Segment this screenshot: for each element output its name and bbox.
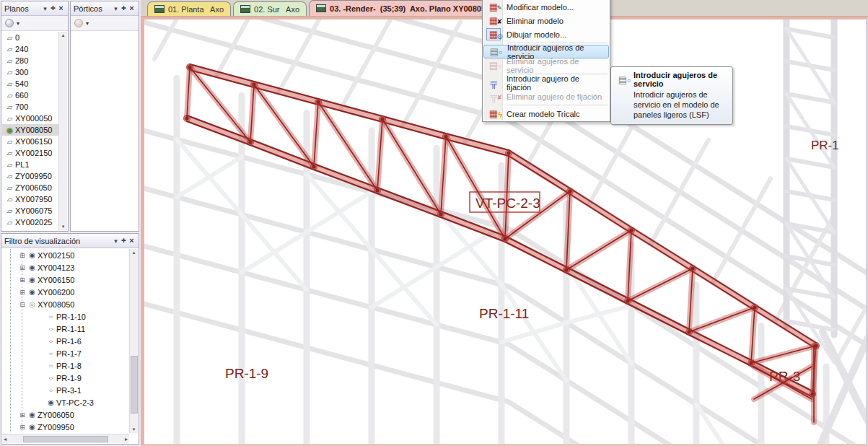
- eye-icon: [27, 288, 38, 296]
- plano-list-item[interactable]: 660: [2, 89, 58, 101]
- pin-icon[interactable]: [120, 237, 128, 245]
- portico-filter-icon[interactable]: [74, 19, 83, 27]
- view-thumbnail-icon: [154, 5, 165, 13]
- planos-list: 0 240 280 300: [2, 32, 58, 230]
- pin-icon[interactable]: [49, 4, 57, 12]
- plane-filter-icon[interactable]: [5, 19, 14, 27]
- planos-scrollbar[interactable]: ▴ ▾: [58, 32, 67, 230]
- tree-item[interactable]: XY006150: [2, 274, 129, 286]
- expand-plus-icon[interactable]: [18, 252, 27, 259]
- eye-dim-icon: [27, 300, 38, 308]
- plane-icon: [4, 69, 15, 76]
- tree-item[interactable]: XY004123: [2, 261, 129, 274]
- scroll-down-icon[interactable]: ▾: [133, 427, 136, 432]
- tree-item[interactable]: PR-1-10: [2, 310, 129, 323]
- scroll-down-icon[interactable]: ▾: [62, 224, 65, 229]
- plano-list-item[interactable]: 300: [2, 66, 58, 78]
- close-icon[interactable]: [128, 4, 136, 12]
- plano-list-item[interactable]: XY007950: [2, 193, 58, 205]
- panel-menu-icon[interactable]: [112, 5, 120, 12]
- porticos-panel-titlebar: Pórticos: [71, 1, 139, 16]
- plane-icon: [4, 34, 15, 42]
- tricalc-model-icon: [487, 108, 500, 119]
- plano-list-item[interactable]: PL1: [2, 159, 58, 170]
- filtro-panel-titlebar: Filtro de visualización: [1, 234, 139, 248]
- tab-sur[interactable]: 02. Sur Axo: [233, 1, 307, 16]
- menu-item-eliminar-modelo[interactable]: Eliminar modelo: [483, 14, 609, 27]
- context-menu: Modificar modelo... Eliminar modelo Dibu…: [482, 0, 610, 122]
- porticos-toolbar: ▾: [71, 16, 139, 31]
- panel-menu-icon[interactable]: [112, 237, 120, 245]
- porticos-panel: Pórticos ▾: [70, 1, 139, 232]
- plano-list-item[interactable]: XY006075: [2, 205, 58, 217]
- plane-icon: [4, 207, 15, 215]
- expand-plus-icon[interactable]: [18, 411, 27, 419]
- scroll-left-icon[interactable]: ◂: [4, 436, 6, 442]
- scroll-right-icon[interactable]: ▸: [125, 436, 128, 442]
- close-icon[interactable]: [57, 4, 65, 12]
- expand-plus-icon[interactable]: [18, 424, 27, 431]
- menu-item-crear-modelo-tricalc[interactable]: Crear modelo Tricalc: [483, 107, 609, 121]
- tree-item[interactable]: VT-PC-2-3: [2, 396, 129, 408]
- chevron-down-icon[interactable]: ▾: [17, 20, 19, 27]
- tree-item[interactable]: PR-1-8: [2, 359, 129, 372]
- plano-list-item[interactable]: 0: [2, 32, 58, 43]
- tree-item[interactable]: ZY009950: [2, 421, 129, 433]
- panel-menu-icon[interactable]: [41, 5, 49, 12]
- tree-item[interactable]: XY006200: [2, 286, 129, 298]
- plano-list-item[interactable]: 240: [2, 43, 58, 55]
- tree-item[interactable]: PR-1-11: [2, 323, 129, 335]
- expand-minus-icon[interactable]: [18, 301, 27, 308]
- chevron-down-icon[interactable]: ▾: [86, 20, 89, 27]
- view-thumbnail-icon: [316, 4, 326, 12]
- menu-item-modificar-modelo[interactable]: Modificar modelo...: [483, 0, 609, 14]
- tree-item[interactable]: XY002150: [2, 249, 129, 261]
- tooltip-description: Introdicir agujeros de servicio en el mo…: [634, 90, 727, 120]
- scroll-up-icon[interactable]: ▴: [133, 250, 136, 255]
- plano-list-item[interactable]: XY000050: [2, 113, 58, 124]
- eye-icon: [27, 251, 38, 259]
- menu-item-dibujar-modelo[interactable]: Dibujar modelo...: [483, 27, 609, 41]
- plane-active-icon: [4, 126, 15, 134]
- plano-list-item[interactable]: ZY009950: [2, 170, 58, 182]
- eye-icon: [45, 398, 56, 406]
- ellipse-icon: [45, 362, 56, 370]
- tab-render-active[interactable]: 03. -Render- (35;39) Axo. Plano XY008050…: [309, 0, 510, 16]
- scroll-up-icon[interactable]: ▴: [62, 32, 65, 38]
- tab-planta[interactable]: 01. Planta Axo: [147, 1, 231, 16]
- plano-list-item[interactable]: 540: [2, 78, 58, 89]
- expand-plus-icon[interactable]: [18, 289, 27, 296]
- plano-list-item[interactable]: XY002025: [2, 217, 58, 228]
- service-holes-add-icon: [488, 46, 501, 57]
- plano-list-item[interactable]: 280: [2, 55, 58, 66]
- filtro-panel: Filtro de visualización XY002150: [1, 233, 139, 445]
- menu-item-eliminar-agujeros-servicio: Eliminar agujeros de servicio: [483, 58, 609, 72]
- plane-icon: [4, 80, 15, 88]
- tree-item[interactable]: PR-3-1: [2, 384, 129, 396]
- tree-item[interactable]: PR-1-9: [2, 372, 129, 384]
- plano-list-item[interactable]: XY006150: [2, 136, 58, 147]
- fixing-hole-add-icon: [487, 77, 500, 88]
- tree-item[interactable]: XY008050: [2, 298, 129, 310]
- plane-icon: [4, 138, 15, 146]
- left-dock: Planos ▾ 0 240: [0, 0, 141, 446]
- scrollbar-thumb[interactable]: [131, 356, 138, 414]
- filtro-vscrollbar[interactable]: ▴ ▾: [129, 249, 138, 433]
- tree-item[interactable]: ZY006050: [2, 408, 129, 421]
- close-icon[interactable]: [128, 237, 136, 245]
- menu-item-introducir-agujero-fijacion[interactable]: Introducir agujero de fijación: [483, 76, 609, 89]
- plano-list-item[interactable]: ZY006050: [2, 182, 58, 193]
- plano-list-item[interactable]: 700: [2, 101, 58, 113]
- expand-plus-icon[interactable]: [18, 264, 27, 271]
- tree-item[interactable]: PR-1-6: [2, 335, 129, 347]
- expand-plus-icon[interactable]: [18, 276, 27, 284]
- plane-icon: [4, 196, 15, 204]
- plane-icon: [4, 103, 15, 111]
- pin-icon[interactable]: [120, 4, 128, 12]
- eye-icon: [27, 423, 38, 431]
- tree-item[interactable]: PR-1-7: [2, 347, 129, 359]
- scrollbar-thumb[interactable]: [23, 436, 108, 442]
- plano-list-item[interactable]: XY002150: [2, 147, 58, 159]
- filtro-hscrollbar[interactable]: ◂ ▸: [2, 434, 129, 443]
- plano-list-item[interactable]: XY008050: [2, 124, 58, 136]
